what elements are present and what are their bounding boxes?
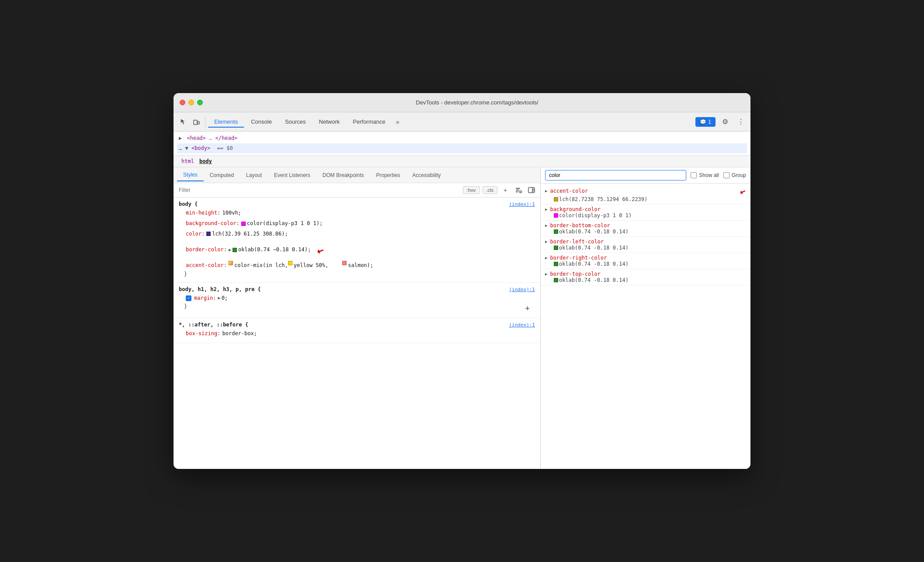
css-prop-background-color: background-color : color(display-p3 1 0 … <box>179 219 535 229</box>
css-rule-header-headings: body, h1, h2, h3, p, pre { (index):1 <box>179 286 535 292</box>
close-button[interactable] <box>180 100 185 105</box>
more-tabs-button[interactable]: » <box>393 117 403 127</box>
right-panel: Show all Group ▶ accent-color ↙ <box>541 167 750 469</box>
expand-bg-color[interactable]: ▶ <box>545 207 547 212</box>
tab-console[interactable]: Console <box>245 116 278 128</box>
border-top-value: oklab(0.74 -0.18 0.14) <box>545 277 746 283</box>
tab-properties[interactable]: Properties <box>370 170 406 181</box>
expand-border-left[interactable]: ▶ <box>545 239 547 244</box>
bg-computed-swatch[interactable] <box>554 213 558 218</box>
border-color-swatch[interactable] <box>233 248 237 252</box>
border-right-swatch[interactable] <box>554 262 558 266</box>
css-source-universal[interactable]: (index):1 <box>509 322 535 328</box>
css-prop-margin: ✓ margin : ▶ 0; <box>179 293 535 304</box>
group-checkbox[interactable] <box>723 172 729 178</box>
tab-sources[interactable]: Sources <box>279 116 312 128</box>
expand-border-bottom[interactable]: ▶ <box>545 223 547 228</box>
more-options-button[interactable]: ⋮ <box>735 116 747 128</box>
border-top-swatch[interactable] <box>554 278 558 282</box>
dom-head-line[interactable]: ▶ <head> … </head> <box>177 133 747 143</box>
svg-rect-7 <box>520 191 521 192</box>
svg-rect-2 <box>516 188 520 189</box>
red-arrow-1: ↙ <box>314 239 329 260</box>
computed-item-bg-color: ▶ background-color color(display-p3 1 0 … <box>541 205 750 221</box>
bg-color-swatch[interactable] <box>241 222 246 226</box>
css-prop-box-sizing: box-sizing : border-box; <box>179 329 535 339</box>
chat-icon: 💬 <box>700 119 706 125</box>
toolbar: Elements Console Sources Network Perform… <box>174 112 750 132</box>
computed-item-border-left: ▶ border-left-color oklab(0.74 -0.18 0.1… <box>541 237 750 253</box>
expand-border-right[interactable]: ▶ <box>545 256 547 260</box>
add-property-button[interactable]: + <box>525 303 530 312</box>
add-style-rule-button[interactable]: + <box>500 185 511 195</box>
computed-item-header-accent: ▶ accent-color ↙ <box>545 185 746 196</box>
expand-border-top[interactable]: ▶ <box>545 272 547 276</box>
filter-input[interactable] <box>177 186 460 194</box>
border-left-swatch[interactable] <box>554 246 558 250</box>
titlebar: DevTools - developer.chrome.com/tags/dev… <box>174 93 750 112</box>
css-rule-universal: *, ::after, ::before { (index):1 box-siz… <box>174 318 540 343</box>
inspect-icon[interactable] <box>177 116 189 128</box>
computed-filter-input[interactable] <box>545 170 686 180</box>
css-panel: body { (index):1 min-height : 100vh; bac… <box>174 198 540 469</box>
tab-styles[interactable]: Styles <box>177 169 204 181</box>
tab-dom-breakpoints[interactable]: DOM Breakpoints <box>316 170 370 181</box>
dom-body-line[interactable]: … ▼ <body> == $0 <box>177 143 747 153</box>
css-prop-min-height: min-height : 100vh; <box>179 208 535 219</box>
show-all-label[interactable]: Show all <box>691 172 719 178</box>
accent-color-value: lch(82.7238 75.1294 66.2239) <box>545 196 746 202</box>
new-style-rule-button[interactable] <box>513 185 524 195</box>
tab-layout[interactable]: Layout <box>240 170 268 181</box>
css-rule-body: body { (index):1 min-height : 100vh; bac… <box>174 198 540 282</box>
svg-rect-10 <box>533 189 534 190</box>
group-label[interactable]: Group <box>723 172 746 178</box>
salmon-swatch[interactable] <box>342 261 347 265</box>
margin-checkbox[interactable]: ✓ <box>186 295 191 301</box>
notifications-badge[interactable]: 💬 1 <box>695 117 716 127</box>
css-close-brace-headings: } + <box>179 303 535 314</box>
tab-network[interactable]: Network <box>313 116 346 128</box>
css-rule-body-headings: body, h1, h2, h3, p, pre { (index):1 ✓ m… <box>174 283 540 319</box>
red-arrow-right: ↙ <box>739 185 748 197</box>
accent-color-swatch[interactable] <box>229 261 233 265</box>
breadcrumb-html[interactable]: html <box>179 157 197 165</box>
toggle-sidebar-button[interactable] <box>526 185 537 195</box>
devtools-window: DevTools - developer.chrome.com/tags/dev… <box>174 93 750 469</box>
tab-event-listeners[interactable]: Event Listeners <box>268 170 316 181</box>
computed-item-border-bottom: ▶ border-bottom-color oklab(0.74 -0.18 0… <box>541 221 750 237</box>
color-swatch[interactable] <box>206 232 211 236</box>
accent-swatch[interactable] <box>554 197 558 201</box>
css-source-body[interactable]: (index):1 <box>509 201 535 207</box>
tab-elements[interactable]: Elements <box>208 116 244 128</box>
device-toggle-icon[interactable] <box>190 116 202 128</box>
main-content: Styles Computed Layout Event Listeners D… <box>174 167 750 469</box>
breadcrumb-body[interactable]: body <box>197 157 215 165</box>
toolbar-separator <box>205 117 205 127</box>
show-all-checkbox[interactable] <box>691 172 697 178</box>
filter-bar: :hov .cls + <box>174 183 540 198</box>
left-panel: Styles Computed Layout Event Listeners D… <box>174 167 541 469</box>
css-source-headings[interactable]: (index):1 <box>509 287 535 292</box>
css-prop-accent-color: accent-color : color-mix(in lch, yellow … <box>179 260 535 271</box>
cls-button[interactable]: .cls <box>483 186 498 194</box>
yellow-swatch[interactable] <box>288 261 292 265</box>
minimize-button[interactable] <box>188 100 194 105</box>
maximize-button[interactable] <box>197 100 203 105</box>
svg-rect-4 <box>516 191 518 192</box>
tab-performance[interactable]: Performance <box>347 116 391 128</box>
computed-item-border-right: ▶ border-right-color oklab(0.74 -0.18 0.… <box>541 253 750 269</box>
border-bottom-value: oklab(0.74 -0.18 0.14) <box>545 229 746 235</box>
css-selector-headings: body, h1, h2, h3, p, pre { <box>179 286 261 292</box>
css-close-brace-body: } <box>179 271 535 279</box>
settings-button[interactable]: ⚙ <box>719 116 731 128</box>
css-rule-header-body: body { (index):1 <box>179 201 535 207</box>
tab-accessibility[interactable]: Accessibility <box>406 170 447 181</box>
bg-color-value: color(display-p3 1 0 1) <box>545 212 746 219</box>
border-right-value: oklab(0.74 -0.18 0.14) <box>545 261 746 267</box>
svg-rect-1 <box>198 121 199 124</box>
tab-computed[interactable]: Computed <box>204 170 240 181</box>
hov-button[interactable]: :hov <box>463 186 480 194</box>
border-bottom-swatch[interactable] <box>554 229 558 234</box>
toolbar-right: 💬 1 ⚙ ⋮ <box>695 116 747 128</box>
expand-accent-color[interactable]: ▶ <box>545 189 547 193</box>
